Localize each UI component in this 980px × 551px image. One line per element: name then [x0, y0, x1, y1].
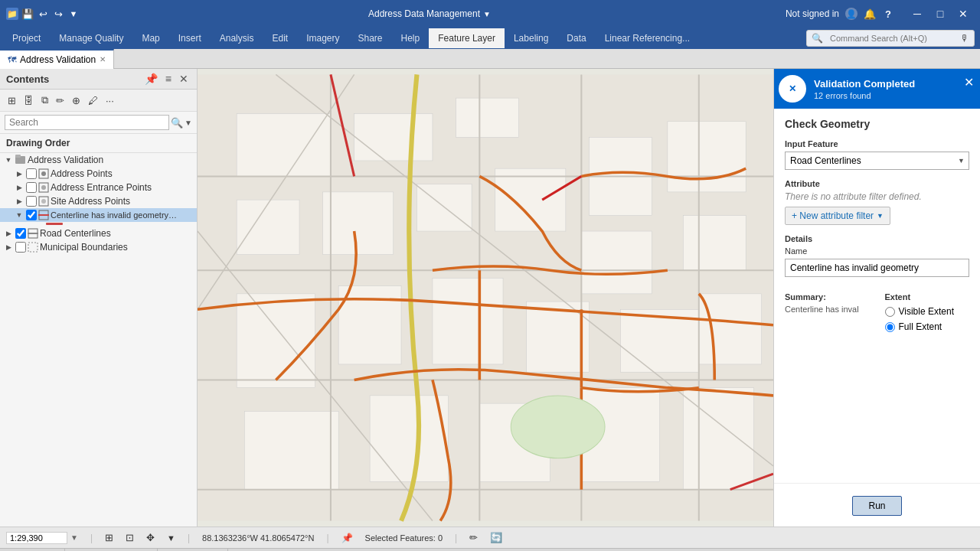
edit-mode-icon[interactable]: ✏	[469, 532, 478, 543]
expand-arrow-entrance-points[interactable]: ▶	[14, 182, 24, 193]
group-folder-icon	[15, 155, 26, 165]
more-icon[interactable]: ▼	[67, 8, 80, 20]
svg-rect-20	[495, 168, 566, 231]
svg-point-3	[41, 171, 46, 176]
redo-icon[interactable]: ↪	[52, 8, 64, 20]
toolbar-layers-icon[interactable]: ⧉	[38, 93, 51, 108]
contents-menu-button[interactable]: ≡	[163, 72, 174, 86]
layer-item-address-validation[interactable]: ▼ Address Validation	[0, 153, 197, 167]
expand-arrow-address-points[interactable]: ▶	[14, 168, 24, 179]
tab-edit[interactable]: Edit	[263, 28, 297, 48]
checkbox-address-points[interactable]	[26, 168, 37, 179]
tab-analysis[interactable]: Analysis	[211, 28, 263, 48]
toolbar-edit-icon[interactable]: ✏	[53, 93, 67, 108]
notification-bell-icon[interactable]: 🔔	[864, 8, 876, 20]
contents-search-dropdown[interactable]: ▼	[185, 119, 192, 127]
layer-item-address-points[interactable]: ▶ Address Points	[0, 167, 197, 181]
full-extent-option[interactable]: Full Extent	[885, 321, 970, 332]
help-icon[interactable]: ?	[882, 8, 894, 20]
visible-extent-radio[interactable]	[885, 307, 895, 317]
grid-icon[interactable]: ⊡	[126, 532, 134, 543]
toolbar-list-icon[interactable]: ⊞	[5, 93, 19, 108]
contents-search-row: 🔍 ▼	[0, 112, 197, 134]
app-title: Address Data Management ▼	[86, 8, 773, 19]
checkbox-site-address-points[interactable]	[26, 196, 37, 207]
full-extent-radio[interactable]	[885, 322, 895, 332]
tab-map[interactable]: Map	[132, 28, 168, 48]
voice-search-icon[interactable]: 🎙	[960, 33, 969, 44]
close-button[interactable]: ✕	[952, 3, 974, 24]
drawing-order-label: Drawing Order	[0, 134, 197, 153]
contents-pin-button[interactable]: 📌	[142, 72, 160, 86]
command-search-input[interactable]	[826, 32, 957, 44]
expand-arrow-site-points[interactable]: ▶	[14, 196, 24, 207]
checkbox-address-entrance-points[interactable]	[26, 182, 37, 193]
summary-value: Centerline has inval	[785, 305, 870, 314]
layer-item-address-entrance-points[interactable]: ▶ Address Entrance Points	[0, 181, 197, 194]
refresh-icon[interactable]: 🔄	[490, 532, 502, 543]
save-icon[interactable]: 💾	[21, 8, 34, 20]
expand-arrow-road-centerlines[interactable]: ▶	[3, 228, 14, 239]
tab-imagery[interactable]: Imagery	[297, 28, 348, 48]
contents-search-input[interactable]	[5, 115, 169, 130]
contents-close-button[interactable]: ✕	[177, 72, 191, 86]
taskbar: 📋 Catalog ⚙ Geoprocessing ▶ Run Dat...	[0, 548, 980, 551]
map-tab-close-button[interactable]: ✕	[100, 55, 106, 64]
extent-icon[interactable]: ⊞	[105, 532, 113, 543]
app-icon: 📁	[6, 8, 18, 20]
svg-point-7	[41, 199, 46, 204]
layer-list: ▼ Address Validation ▶ Address Points ▶	[0, 153, 197, 527]
expand-arrow-municipal-boundaries[interactable]: ▶	[3, 242, 14, 253]
tab-labeling[interactable]: Labeling	[505, 28, 557, 48]
contents-title: Contents	[6, 73, 49, 85]
tab-linear-ref[interactable]: Linear Referencing...	[596, 28, 699, 48]
map-tab-address-validation[interactable]: 🗺 Address Validation ✕	[0, 49, 114, 69]
title-dropdown-arrow[interactable]: ▼	[483, 10, 491, 18]
minimize-button[interactable]: ─	[906, 3, 928, 24]
svg-rect-31	[244, 411, 338, 489]
maximize-button[interactable]: □	[929, 3, 951, 24]
details-label: Details	[785, 234, 969, 243]
expand-arrow-address-validation[interactable]: ▼	[3, 155, 14, 165]
input-feature-select[interactable]: Road Centerlines	[785, 152, 969, 170]
undo-icon[interactable]: ↩	[37, 8, 49, 20]
extent-col: Extent Visible Extent Full Extent	[885, 292, 970, 332]
checkbox-road-centerlines[interactable]	[15, 228, 26, 239]
layer-item-municipal-boundaries[interactable]: ▶ Municipal Boundaries	[0, 240, 197, 254]
x-circle-icon: ✕	[779, 75, 806, 103]
toolbar-data-icon[interactable]: 🗄	[21, 93, 37, 108]
layer-name-site-address-points: Site Address Points	[51, 196, 130, 207]
site-points-icon	[38, 196, 49, 207]
scale-controls: ▼	[70, 533, 78, 542]
layer-name-address-validation: Address Validation	[28, 155, 103, 165]
tab-insert[interactable]: Insert	[169, 28, 211, 48]
layer-item-road-centerlines[interactable]: ▶ Road Centerlines	[0, 227, 197, 240]
svg-rect-15	[354, 114, 433, 161]
tab-project[interactable]: Project	[3, 28, 50, 48]
user-avatar-icon[interactable]: 👤	[845, 8, 858, 20]
tab-manage-quality[interactable]: Manage Quality	[50, 28, 132, 48]
tab-data[interactable]: Data	[557, 28, 595, 48]
visible-extent-option[interactable]: Visible Extent	[885, 306, 970, 317]
scale-input[interactable]	[6, 532, 67, 544]
tab-help[interactable]: Help	[392, 28, 430, 48]
name-input[interactable]	[785, 259, 969, 277]
checkbox-municipal-boundaries[interactable]	[15, 242, 26, 253]
layer-item-site-address-points[interactable]: ▶ Site Address Points	[0, 194, 197, 208]
checkbox-centerline-invalid[interactable]	[26, 210, 37, 220]
more-tools-icon[interactable]: ▼	[167, 533, 175, 543]
run-button[interactable]: Run	[852, 496, 901, 516]
contents-search-button[interactable]: 🔍	[171, 117, 183, 129]
map-area[interactable]	[198, 69, 773, 527]
toolbar-draw-icon[interactable]: 🖊	[85, 93, 101, 108]
check-footer: Run	[774, 483, 980, 527]
toolbar-add-icon[interactable]: ⊕	[69, 93, 83, 108]
pan-icon[interactable]: ✥	[146, 532, 155, 543]
validation-close-button[interactable]: ✕	[958, 72, 980, 93]
tab-feature-layer[interactable]: Feature Layer	[429, 28, 505, 48]
layer-item-centerline-invalid[interactable]: ▼ Centerline has invalid geometry_11...	[0, 208, 197, 222]
toolbar-more-icon[interactable]: ···	[103, 93, 117, 108]
new-attribute-filter-button[interactable]: + New attribute filter ▼	[785, 207, 890, 225]
tab-share[interactable]: Share	[349, 28, 392, 48]
expand-arrow-centerline[interactable]: ▼	[14, 210, 24, 220]
